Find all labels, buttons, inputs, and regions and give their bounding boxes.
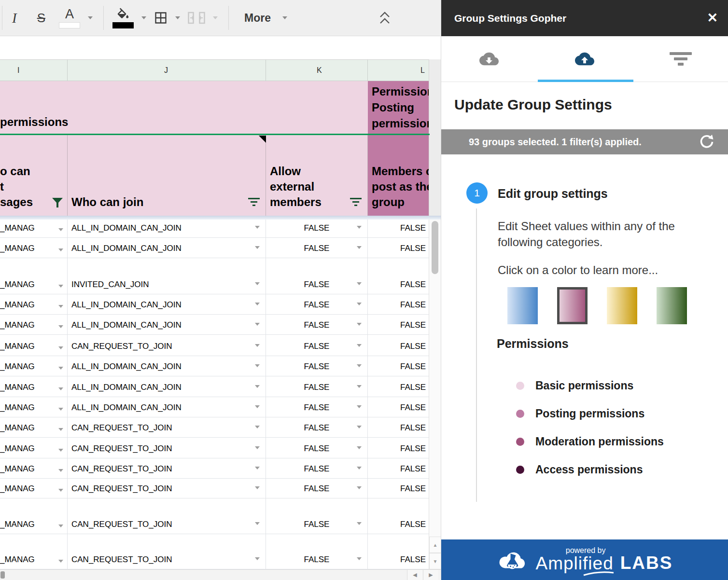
dropdown-caret-icon[interactable] xyxy=(357,522,362,525)
dropdown-caret-icon[interactable] xyxy=(357,446,362,449)
cell-k[interactable]: FALSE xyxy=(266,417,368,437)
dropdown-caret-icon[interactable] xyxy=(357,323,362,326)
legend-item[interactable]: Basic permissions xyxy=(516,372,664,400)
cell-l[interactable]: FALSE xyxy=(368,498,429,534)
dropdown-caret-icon[interactable] xyxy=(58,449,63,452)
cell-k[interactable]: FALSE xyxy=(266,294,368,314)
cell-j[interactable]: CAN_REQUEST_TO_JOIN xyxy=(68,438,266,458)
cell-j[interactable]: CAN_REQUEST_TO_JOIN xyxy=(68,335,266,356)
cell-l[interactable]: FALSE xyxy=(368,258,429,294)
filter-lines-icon[interactable] xyxy=(350,198,362,206)
header-cell-members-can-post[interactable]: Members can post as the group xyxy=(368,135,429,216)
cell-j[interactable]: ALL_IN_DOMAIN_CAN_JOIN xyxy=(68,376,266,397)
tab-download[interactable] xyxy=(441,36,537,82)
dropdown-caret-icon[interactable] xyxy=(255,522,260,525)
dropdown-caret-icon[interactable] xyxy=(58,408,63,411)
cell-l[interactable]: FALSE xyxy=(368,397,429,417)
dropdown-caret-icon[interactable] xyxy=(255,226,260,229)
refresh-button[interactable] xyxy=(699,134,715,152)
dropdown-caret-icon[interactable] xyxy=(58,325,63,328)
filter-lines-icon[interactable] xyxy=(248,198,260,206)
dropdown-caret-icon[interactable] xyxy=(255,246,260,249)
cell-l[interactable]: FALSE xyxy=(368,534,429,569)
cell-i[interactable]: _MANAG xyxy=(0,534,68,569)
dropdown-caret-icon[interactable] xyxy=(357,344,362,347)
cell-j[interactable]: CAN_REQUEST_TO_JOIN xyxy=(68,417,266,437)
cell-k[interactable]: FALSE xyxy=(266,438,368,458)
cell-l[interactable]: FALSE xyxy=(368,417,429,437)
borders-caret-icon[interactable] xyxy=(175,16,180,19)
cell-l[interactable]: FALSE xyxy=(368,356,429,376)
dropdown-caret-icon[interactable] xyxy=(255,467,260,470)
header-cell-allow-external[interactable]: Allow external members xyxy=(266,135,368,216)
cell-k[interactable]: FALSE xyxy=(266,458,368,478)
cell-k[interactable]: FALSE xyxy=(266,315,368,334)
cell-l[interactable]: FALSE xyxy=(368,315,429,334)
cell-i[interactable]: _MANAG xyxy=(0,335,68,356)
more-button[interactable]: More xyxy=(235,12,278,25)
fill-color-caret-icon[interactable] xyxy=(141,16,146,19)
legend-item[interactable]: Moderation permissions xyxy=(516,428,664,456)
scroll-up-button[interactable]: ▲ xyxy=(429,537,441,553)
more-caret-icon[interactable] xyxy=(282,16,287,19)
dropdown-caret-icon[interactable] xyxy=(255,364,260,367)
cell-i[interactable]: _MANAG xyxy=(0,397,68,417)
cell-k[interactable]: FALSE xyxy=(266,356,368,376)
tab-upload-active[interactable] xyxy=(537,36,632,82)
swatch-posting-pink[interactable] xyxy=(557,287,588,324)
merge-cells-button[interactable] xyxy=(185,12,208,24)
cell-i[interactable]: _MANAG xyxy=(0,479,68,498)
cell-j[interactable]: CAN_REQUEST_TO_JOIN xyxy=(68,498,266,534)
cell-j[interactable]: INVITED_CAN_JOIN xyxy=(68,258,266,294)
scroll-down-button[interactable]: ▼ xyxy=(429,553,441,569)
dropdown-caret-icon[interactable] xyxy=(255,557,260,560)
cell-j[interactable]: ALL_IN_DOMAIN_CAN_JOIN xyxy=(68,294,266,314)
dropdown-caret-icon[interactable] xyxy=(58,367,63,370)
horizontal-scrollbar-thumb[interactable] xyxy=(0,571,5,579)
cell-i[interactable]: _MANAG xyxy=(0,238,68,258)
dropdown-caret-icon[interactable] xyxy=(357,385,362,388)
cell-j[interactable]: CAN_REQUEST_TO_JOIN xyxy=(68,479,266,498)
dropdown-caret-icon[interactable] xyxy=(58,428,63,431)
cell-k[interactable]: FALSE xyxy=(266,238,368,258)
column-header-k[interactable]: K xyxy=(266,60,368,81)
cell-j[interactable]: CAN_REQUEST_TO_JOIN xyxy=(68,458,266,478)
dropdown-caret-icon[interactable] xyxy=(255,385,260,388)
cell-l[interactable]: FALSE xyxy=(368,294,429,314)
cell-l[interactable]: FALSE xyxy=(368,376,429,397)
strikethrough-button[interactable]: S xyxy=(27,11,56,26)
column-header-l[interactable]: L xyxy=(368,60,429,81)
cell-i[interactable]: _MANAG xyxy=(0,294,68,314)
tab-filter[interactable] xyxy=(633,36,728,82)
legend-item[interactable]: Access permissions xyxy=(516,456,664,483)
dropdown-caret-icon[interactable] xyxy=(58,346,63,349)
legend-item[interactable]: Posting permissions xyxy=(516,400,664,428)
dropdown-caret-icon[interactable] xyxy=(58,228,63,231)
dropdown-caret-icon[interactable] xyxy=(255,323,260,326)
vertical-scrollbar-thumb[interactable] xyxy=(432,221,438,274)
scroll-right-button[interactable]: ▶ xyxy=(423,570,438,580)
category-band-light[interactable]: permissions xyxy=(0,81,368,134)
dropdown-caret-icon[interactable] xyxy=(357,486,362,489)
collapse-toolbar-button[interactable] xyxy=(378,11,391,27)
cell-l[interactable]: FALSE xyxy=(368,238,429,258)
dropdown-caret-icon[interactable] xyxy=(58,387,63,390)
cell-i[interactable]: _MANAG xyxy=(0,417,68,437)
vertical-scrollbar[interactable]: ▲ ▼ xyxy=(429,216,441,569)
cell-k[interactable]: FALSE xyxy=(266,258,368,294)
text-color-caret-icon[interactable] xyxy=(88,16,93,19)
cell-l[interactable]: FALSE xyxy=(368,458,429,478)
column-header-j[interactable]: J xyxy=(68,60,266,81)
header-cell-who-can-join[interactable]: Who can join xyxy=(68,135,266,216)
filter-funnel-icon[interactable] xyxy=(52,197,63,208)
cell-k[interactable]: FALSE xyxy=(266,498,368,534)
dropdown-caret-icon[interactable] xyxy=(58,305,63,308)
swatch-basic-blue[interactable] xyxy=(507,287,538,324)
dropdown-caret-icon[interactable] xyxy=(58,525,63,527)
cell-i[interactable]: _MANAG xyxy=(0,258,68,294)
cell-j[interactable]: CAN_REQUEST_TO_JOIN xyxy=(68,534,266,569)
dropdown-caret-icon[interactable] xyxy=(255,486,260,489)
cell-j[interactable]: ALL_IN_DOMAIN_CAN_JOIN xyxy=(68,397,266,417)
dropdown-caret-icon[interactable] xyxy=(58,469,63,472)
dropdown-caret-icon[interactable] xyxy=(58,560,63,563)
